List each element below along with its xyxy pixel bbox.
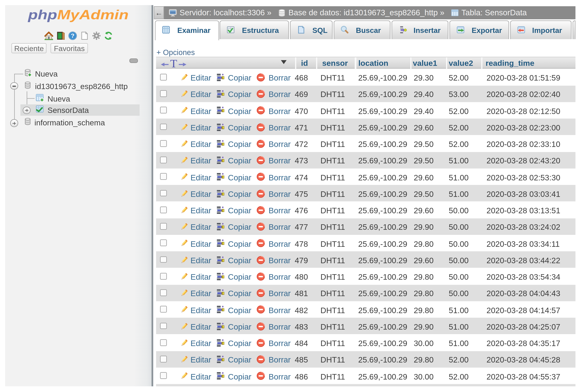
svg-text:?: ? bbox=[71, 32, 74, 39]
svg-text:T: T bbox=[170, 58, 177, 69]
